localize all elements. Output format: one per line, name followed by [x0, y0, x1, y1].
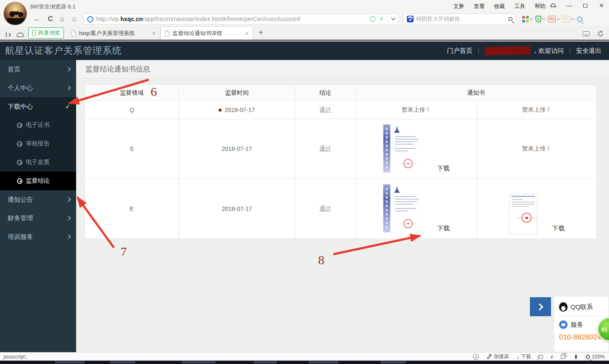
table-cell-conclusion: 通过	[295, 101, 356, 119]
menu-favorites[interactable]: 收藏	[494, 3, 505, 10]
menu-view[interactable]: 查看	[474, 3, 485, 10]
qq-widget-collapse-button[interactable]	[530, 297, 551, 316]
url-text[interactable]: http://vip.hxqc.cn/app/hxcrm/navistar/in…	[96, 16, 367, 22]
accelerator-button[interactable]: 加速器	[486, 353, 509, 360]
ad-filter-icon[interactable]	[370, 16, 376, 22]
windows-taskbar-edge	[0, 361, 609, 364]
money-shield-icon[interactable]: ¥	[535, 16, 545, 22]
new-tab-button[interactable]: +	[258, 28, 263, 37]
ie-compat-icon[interactable]: e	[551, 353, 554, 360]
notice-doc-thumbnail[interactable]	[509, 194, 537, 234]
zoom-control[interactable]: 100%	[586, 354, 605, 360]
translate-icon[interactable]: Aa	[548, 16, 560, 22]
sidebar-item-label: 监督结论	[26, 177, 49, 185]
maximize-button[interactable]	[579, 1, 591, 10]
sidebar-item-audit-report[interactable]: 审核报告	[0, 134, 76, 153]
table-cell-notice: 暂未上传！	[356, 101, 477, 119]
certificate-thumbnail[interactable]	[383, 123, 422, 174]
sidebar-item-e-invoice[interactable]: 电子发票	[0, 153, 76, 172]
home-icon[interactable]: ⌂	[60, 15, 64, 23]
menu-file[interactable]: 文件	[453, 3, 464, 10]
sidebar-item-notices[interactable]: 通知公告	[0, 190, 76, 209]
logout-link[interactable]: 安全退出	[576, 47, 601, 55]
login-manager-icon[interactable]	[577, 16, 582, 22]
flag-icon[interactable]	[539, 355, 543, 359]
sidebar-item-e-certificate[interactable]: 电子证书	[0, 116, 76, 134]
browser-statusbar: javascript:; A 加速器 ↓下载 e 100%	[0, 352, 609, 361]
chevron-right-icon	[536, 303, 543, 310]
sidebar-item-label: 审核报告	[26, 140, 49, 148]
favorite-star-icon[interactable]: ☆	[71, 15, 77, 24]
menu-tools[interactable]: 工具	[514, 3, 525, 10]
download-link[interactable]: 下载	[437, 224, 450, 233]
download-link[interactable]: 下载	[552, 224, 565, 233]
pass-link[interactable]: 通过	[319, 106, 331, 114]
app-market-icon[interactable]	[522, 16, 532, 22]
sidebar-item-home[interactable]: 首页	[0, 60, 76, 79]
speaker-icon[interactable]	[573, 355, 577, 359]
radio-circle-icon	[17, 141, 22, 147]
refresh-icon[interactable]: C	[48, 15, 53, 23]
column-header-notice: 通知书	[356, 85, 597, 101]
table-cell-date: 2018-07-17	[179, 101, 295, 119]
table-cell-notice-doc: 下载	[477, 179, 597, 239]
tab-hxqc-crm[interactable]: hxqc客户关系管理系统 ×	[67, 27, 160, 40]
window-mode-icon[interactable]	[561, 355, 565, 359]
sidebar-item-training[interactable]: 培训服务	[0, 227, 76, 246]
favorites-bar-icon[interactable]	[6, 32, 11, 37]
search-hotword[interactable]: 特朗普大开销被批	[416, 15, 508, 23]
tab-supervision-notice-detail[interactable]: 监督结论通知书详情 ×	[160, 26, 253, 40]
table-cell-conclusion: 通过	[295, 179, 356, 239]
sidebar-item-personal-center[interactable]: 个人中心	[0, 79, 76, 97]
pass-link[interactable]: 通过	[319, 205, 331, 213]
page-icon	[71, 30, 76, 36]
portal-home-link[interactable]: 门户首页	[447, 47, 472, 55]
tab-close-icon[interactable]: ×	[152, 30, 156, 37]
qq-penguin-icon	[559, 302, 568, 312]
browser-profile-avatar[interactable]	[3, 2, 27, 25]
tab-close-icon[interactable]: ×	[245, 30, 249, 37]
page-title: 监督结论通知书信息	[76, 60, 609, 79]
reopen-closed-tab-icon[interactable]	[597, 30, 604, 38]
cloud-sync-icon[interactable]	[16, 33, 24, 37]
screenshot-icon[interactable]: ✂	[562, 16, 574, 22]
search-input[interactable]: 特朗普大开销被批	[403, 14, 516, 25]
chevron-right-icon	[66, 67, 71, 71]
certificate-thumbnail[interactable]	[383, 183, 422, 234]
download-link[interactable]: 下载	[437, 164, 450, 172]
sidebar-item-finance[interactable]: 财务管理	[0, 209, 76, 227]
tab-label: hxqc客户关系管理系统	[79, 30, 150, 37]
cross-screen-label: 跨屏浏览	[38, 29, 60, 37]
minimize-button[interactable]: —	[563, 1, 575, 10]
cross-screen-button[interactable]: 跨屏浏览	[28, 27, 64, 38]
sidebar-item-label: 首页	[8, 66, 20, 74]
app-title: 航星认证客户关系管理系统	[5, 44, 122, 57]
speed-mode-icon[interactable]: A	[473, 354, 479, 360]
menu-help[interactable]: 帮助	[535, 3, 546, 10]
column-header-conclusion: 结论	[295, 85, 356, 101]
radio-circle-icon	[17, 160, 22, 165]
browser-addressbar-row: ← C ⌂ ☆ http://vip.hxqc.cn/app/hxcrm/nav…	[0, 12, 609, 26]
table-cell-date: 2018-07-17	[179, 179, 295, 239]
radio-circle-icon	[17, 178, 22, 184]
sidebar-item-supervision-conclusion[interactable]: 监督结论	[0, 172, 76, 190]
pass-link[interactable]: 通过	[319, 145, 331, 153]
url-input[interactable]: http://vip.hxqc.cn/app/hxcrm/navistar/in…	[83, 14, 399, 25]
date-bullet	[219, 109, 222, 112]
skin-icon[interactable]	[547, 1, 559, 10]
back-icon[interactable]: ←	[33, 14, 41, 24]
url-dropdown-icon[interactable]	[391, 16, 395, 20]
sidebar-item-download-center[interactable]: 下载中心 ✓	[0, 97, 76, 116]
check-icon: ✓	[65, 103, 70, 110]
qq-contact-row[interactable]: QQ联系	[559, 301, 609, 313]
close-button[interactable]: ×	[595, 1, 607, 10]
search-icon[interactable]	[508, 17, 513, 21]
tab-list-icon[interactable]	[583, 31, 590, 36]
download-manager-button[interactable]: ↓下载	[516, 353, 531, 360]
divider	[559, 315, 601, 316]
annotation-number-6: 6	[151, 85, 157, 99]
site-icon	[87, 16, 93, 22]
table-cell-notice-doc: 下载	[356, 179, 477, 239]
speed-mode-icon[interactable]: ⚡	[379, 16, 384, 22]
qq-contact-label: QQ联系	[571, 303, 593, 311]
